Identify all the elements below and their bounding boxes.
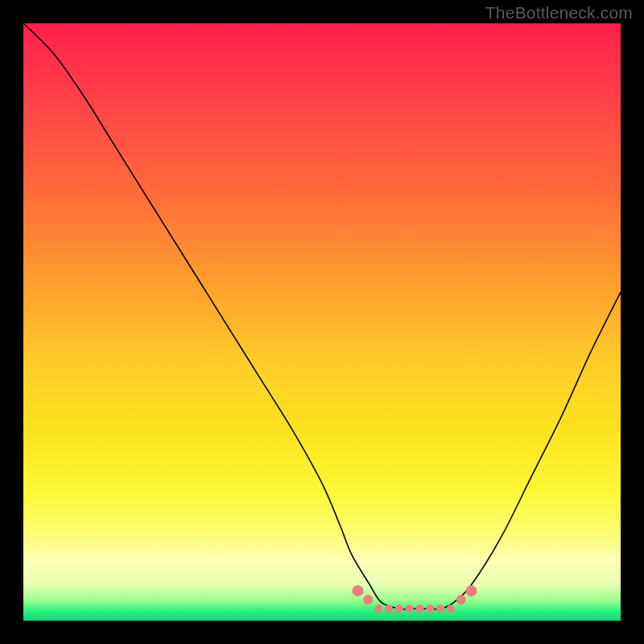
highlight-dot: [436, 605, 444, 613]
highlight-dot: [466, 585, 477, 597]
highlight-dot: [406, 605, 414, 613]
highlight-dot: [415, 605, 423, 613]
highlight-dot: [385, 605, 393, 613]
highlight-dot: [353, 585, 364, 597]
highlight-dot: [456, 595, 466, 605]
highlight-dot: [426, 605, 434, 613]
highlight-dot: [374, 605, 382, 613]
chart-frame: TheBottleneck.com: [0, 0, 644, 644]
bottleneck-curve-line: [23, 23, 621, 609]
highlight-dot: [363, 595, 373, 605]
plot-area: [23, 23, 621, 621]
highlight-dot: [447, 605, 455, 613]
bottleneck-curve-svg: [23, 23, 621, 621]
highlight-dot: [395, 605, 403, 613]
watermark-text: TheBottleneck.com: [485, 3, 633, 23]
